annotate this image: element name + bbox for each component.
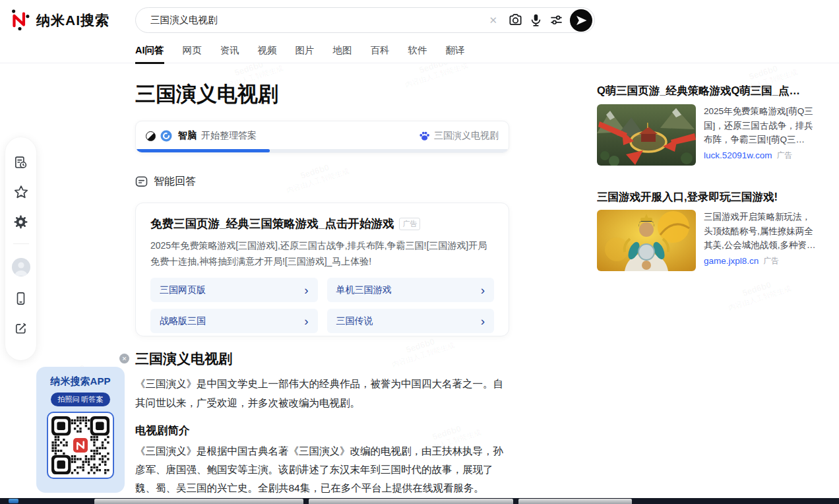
chevron-right-icon: ›: [304, 315, 308, 327]
app-promo-card: 纳米搜索APP 拍照问 听答案: [36, 367, 125, 493]
rail-ad-2: 三国游戏开启策略新玩法，头顶炫酷称号,属性撩妹两全其美,公会城池战领,多种资… …: [597, 210, 816, 271]
send-arrow-icon: [570, 9, 592, 32]
rail-ad-1-title[interactable]: Q萌三国页游_经典策略游戏Q萌三国_点…: [597, 84, 816, 98]
history-icon[interactable]: [13, 154, 29, 170]
feedback-edit-icon[interactable]: [13, 320, 29, 336]
rail-ad-2-image[interactable]: [597, 210, 696, 271]
tab-images[interactable]: 图片: [295, 44, 315, 64]
avatar[interactable]: [12, 258, 30, 276]
settings-gear-icon[interactable]: [13, 214, 29, 230]
sitelink-1[interactable]: 三国网页版 ›: [150, 278, 318, 302]
tab-maps[interactable]: 地图: [333, 44, 352, 64]
answer-heading: 三国演义电视剧: [135, 350, 232, 368]
page: 5ed6b0内容由人工智能生成 5ed6b0内容由人工智能生成 5ed6b0内容…: [0, 0, 839, 504]
progress-track: [136, 149, 509, 152]
divider: [13, 243, 29, 244]
paw-icon: [419, 131, 430, 141]
logo-text: 纳米AI搜索: [36, 11, 109, 30]
page-title: 三国演义电视剧: [135, 80, 278, 108]
sitelink-4[interactable]: 三国传说 ›: [327, 309, 495, 333]
tab-ai-qa[interactable]: AI问答: [135, 44, 164, 64]
status-text: 开始整理答案: [201, 130, 257, 142]
rail-ad-2-url[interactable]: game.jxpl8.cn 广告: [704, 255, 816, 267]
ad-badge: 广告: [763, 255, 779, 267]
taskbar-window-button[interactable]: [309, 499, 513, 504]
smart-answer-icon: [135, 175, 148, 188]
user-icon: [12, 258, 30, 276]
taskbar: [0, 498, 839, 504]
taskbar-app-icon[interactable]: [9, 499, 18, 503]
app-promo-title: 纳米搜索APP: [36, 375, 125, 388]
tab-wiki[interactable]: 百科: [371, 44, 390, 64]
rail-ad-1-url[interactable]: luck.52091w.com 广告: [704, 150, 816, 161]
answer-subheading: 电视剧简介: [135, 424, 190, 438]
theme-halfmoon-icon: [146, 131, 156, 141]
ai-brain-icon: [160, 130, 172, 142]
tab-video[interactable]: 视频: [258, 44, 277, 64]
chevron-right-icon: ›: [481, 284, 485, 296]
sponsored-result-card: 免费三国页游_经典三国策略游戏_点击开始游戏 广告 2025年免费策略游戏[三国…: [135, 203, 509, 336]
taskbar-window-button[interactable]: [94, 499, 303, 504]
logo[interactable]: 纳米AI搜索: [9, 8, 109, 33]
answer-paragraph-2: 《三国演义》是根据中国古典名著《三国演义》改编的电视剧，由王扶林执导，孙彦军、唐…: [135, 442, 507, 497]
ad-badge: 广告: [777, 150, 793, 161]
sitelink-3[interactable]: 战略版三国 ›: [150, 309, 318, 333]
ai-watermark: 5ed6b0内容由人工智能生成: [388, 331, 456, 369]
chevron-right-icon: ›: [304, 284, 308, 296]
mic-icon[interactable]: [526, 10, 546, 31]
sponsored-description: 2025年免费策略游戏[三国游戏],还原三国古战争,排兵布阵,争霸三国![三国游…: [150, 237, 494, 269]
rail-ad-1-desc: 2025年免费策略游戏[萌Q三国]，还原三国古战争，排兵布阵，争霸三国![萌Q三…: [704, 104, 816, 146]
rail-ad-2-title[interactable]: 三国游戏开服入口,登录即玩三国游戏!: [597, 190, 816, 205]
ai-watermark: 5ed6b0内容由人工智能生成: [724, 274, 792, 313]
tab-software[interactable]: 软件: [408, 44, 427, 64]
rail-ad-1-image[interactable]: [597, 104, 696, 166]
query-echo: 三国演义电视剧: [434, 130, 499, 142]
progress-fill: [136, 149, 270, 152]
app-promo-badge: 拍照问 听答案: [51, 393, 109, 406]
search-input[interactable]: 三国演义电视剧: [150, 14, 481, 26]
logo-icon: [9, 8, 31, 33]
clear-icon[interactable]: ✕: [489, 15, 497, 26]
side-toolbar: [5, 137, 36, 360]
tab-translate[interactable]: 翻译: [446, 44, 465, 64]
ai-status-card: 智脑 开始整理答案 三国演义电视剧: [135, 121, 509, 153]
filter-settings-icon[interactable]: [546, 10, 567, 31]
mobile-app-icon[interactable]: [13, 290, 29, 306]
close-answer-icon[interactable]: ✕: [119, 354, 129, 363]
taskbar-window-button[interactable]: [518, 499, 632, 504]
answer-paragraph-1: 《三国演义》是中国文学史上一部伟大的经典作品，被誉为中国四大名著之一。自其问世以…: [135, 374, 507, 412]
sitelink-2[interactable]: 单机三国游戏 ›: [327, 278, 495, 302]
tab-webpage[interactable]: 网页: [183, 44, 202, 64]
model-name: 智脑: [178, 130, 197, 142]
qr-code: [47, 412, 114, 479]
sponsored-title[interactable]: 免费三国页游_经典三国策略游戏_点击开始游戏 广告: [150, 216, 494, 232]
tab-bar: AI问答 网页 资讯 视频 图片 地图 百科 软件 翻译: [135, 44, 465, 64]
favorites-star-icon[interactable]: [13, 184, 29, 200]
sponsored-sitelinks: 三国网页版 › 单机三国游戏 › 战略版三国 › 三国传说 ›: [150, 278, 494, 333]
ai-watermark: 5ed6b0内容由人工智能生成: [282, 156, 350, 195]
camera-icon[interactable]: [505, 10, 526, 31]
header: 纳米AI搜索 三国演义电视剧 ✕: [0, 0, 839, 63]
rail-ad-2-desc: 三国游戏开启策略新玩法，头顶炫酷称号,属性撩妹两全其美,公会城池战领,多种资…: [704, 210, 816, 252]
ad-badge: 广告: [399, 218, 420, 230]
chevron-right-icon: ›: [481, 315, 485, 327]
search-button[interactable]: [570, 9, 592, 32]
search-bar[interactable]: 三国演义电视剧 ✕: [135, 7, 595, 33]
smart-answer-label: 智能回答: [135, 175, 196, 189]
tab-news[interactable]: 资讯: [220, 44, 239, 64]
rail-ad-1: 2025年免费策略游戏[萌Q三国]，还原三国古战争，排兵布阵，争霸三国![萌Q三…: [597, 104, 816, 166]
